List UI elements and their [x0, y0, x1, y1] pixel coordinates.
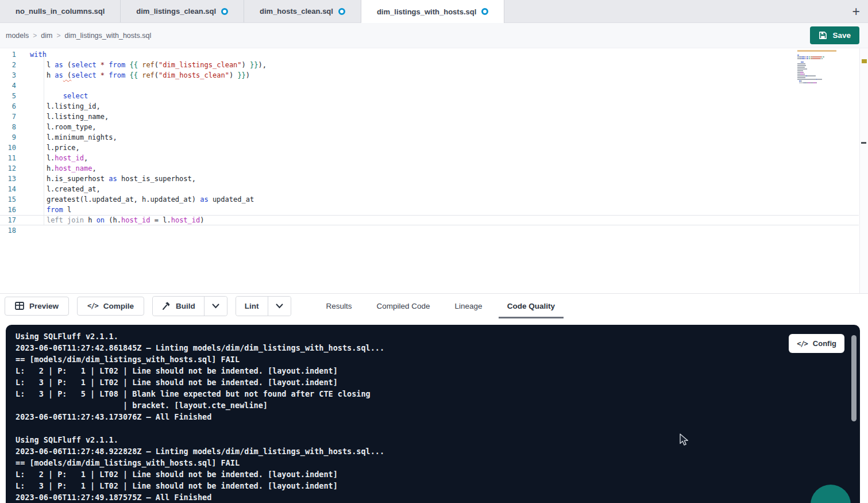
code-line[interactable]: 9 l.minimum_nights, [0, 132, 859, 143]
line-number: 1 [0, 49, 16, 60]
cursor-position-marker [861, 142, 866, 144]
file-tab-label: dim_listings_with_hosts.sql [377, 7, 476, 16]
terminal-line [16, 423, 860, 434]
build-label: Build [176, 302, 195, 310]
code-line[interactable]: 2 l as (select * from {{ ref("dim_listin… [0, 60, 859, 70]
lint-label: Lint [245, 302, 259, 310]
config-button[interactable]: </> Config [789, 334, 844, 353]
code-line[interactable]: 10 l.price, [0, 143, 859, 153]
save-button[interactable]: Save [810, 26, 859, 44]
code-lines: 1with2 l as (select * from {{ ref("dim_l… [0, 48, 859, 293]
line-number: 12 [0, 163, 16, 174]
code-line[interactable]: 4 [0, 80, 859, 91]
line-number: 10 [0, 143, 16, 153]
result-tab-results[interactable]: Results [325, 294, 354, 318]
warning-marker [862, 59, 867, 63]
code-line[interactable]: 13 h.is_superhost as host_is_superhost, [0, 174, 859, 184]
file-tab[interactable]: dim_listings_clean.sql [121, 0, 244, 22]
breadcrumb-item[interactable]: dim_listings_with_hosts.sql [64, 32, 151, 40]
terminal-scrollbar[interactable] [851, 335, 857, 421]
line-number: 13 [0, 174, 16, 184]
overview-ruler[interactable] [859, 48, 868, 293]
minimap[interactable] [797, 49, 836, 117]
file-tabs: no_nulls_in_columns.sqldim_listings_clea… [0, 0, 504, 22]
code-line[interactable]: 6 l.listing_id, [0, 101, 859, 112]
compile-button[interactable]: </> Compile [77, 297, 144, 316]
terminal-line: L: 3 | P: 1 | LT02 | Line should not be … [16, 377, 860, 388]
file-tab-label: no_nulls_in_columns.sql [16, 7, 105, 16]
code-editor[interactable]: 1with2 l as (select * from {{ ref("dim_l… [0, 48, 868, 293]
terminal-line: L: 2 | P: 1 | LT02 | Line should not be … [16, 469, 860, 480]
line-number: 14 [0, 184, 16, 194]
code-text: left join h on (h.host_id = l.host_id) [16, 215, 205, 225]
build-options-caret[interactable] [204, 297, 227, 316]
code-text: h as (select * from {{ ref("dim_hosts_cl… [16, 70, 250, 80]
file-tab[interactable]: dim_listings_with_hosts.sql [361, 0, 504, 23]
terminal-line: 2023-06-06T11:27:49.187575Z — All Finish… [16, 492, 860, 503]
code-text: l as (select * from {{ ref("dim_listings… [16, 60, 267, 70]
code-line[interactable]: 12 h.host_name, [0, 163, 859, 174]
terminal-output: Using SQLFluff v2.1.1.2023-06-06T11:27:4… [6, 325, 860, 503]
lint-options-caret[interactable] [268, 297, 291, 316]
code-line[interactable]: 15 greatest(l.updated_at, h.updated_at) … [0, 194, 859, 205]
line-number: 9 [0, 132, 16, 143]
breadcrumb-item[interactable]: models [6, 32, 29, 40]
code-text: l.price, [16, 143, 80, 153]
compile-label: Compile [103, 302, 134, 310]
minimap-content [797, 49, 836, 81]
code-text: l.host_id, [16, 153, 88, 163]
terminal-line: | bracket. [layout.cte_newline] [16, 400, 860, 411]
code-line[interactable]: 14 l.created_at, [0, 184, 859, 194]
line-number: 11 [0, 153, 16, 163]
code-text: l.created_at, [16, 184, 101, 194]
preview-label: Preview [29, 302, 59, 310]
code-line[interactable]: 17 left join h on (h.host_id = l.host_id… [0, 215, 859, 225]
action-toolbar: Preview </> Compile Build Lint ResultsC [0, 293, 868, 318]
file-tab[interactable]: no_nulls_in_columns.sql [0, 0, 121, 22]
breadcrumb-item[interactable]: dim [41, 32, 52, 40]
code-text: from l [16, 205, 71, 215]
config-label: Config [813, 339, 836, 348]
terminal-line: L: 3 | P: 1 | LT02 | Line should not be … [16, 480, 860, 492]
code-text: h.host_name, [16, 163, 97, 174]
breadcrumb: models>dim>dim_listings_with_hosts.sql [6, 32, 151, 40]
code-line[interactable]: 3 h as (select * from {{ ref("dim_hosts_… [0, 70, 859, 80]
terminal-line: == [models/dim/dim_listings_with_hosts.s… [16, 354, 860, 365]
hammer-icon [161, 301, 171, 310]
code-text [16, 225, 30, 236]
result-tab-lineage[interactable]: Lineage [453, 294, 484, 318]
code-icon: </> [87, 302, 98, 310]
line-number: 2 [0, 60, 16, 70]
code-line[interactable]: 11 l.host_id, [0, 153, 859, 163]
code-icon: </> [797, 340, 808, 348]
file-tab-label: dim_listings_clean.sql [136, 7, 216, 16]
line-number: 6 [0, 101, 16, 112]
result-tab-compiled-code[interactable]: Compiled Code [375, 294, 432, 318]
lint-button[interactable]: Lint [236, 297, 268, 316]
terminal-line: Using SQLFluff v2.1.1. [16, 434, 860, 446]
preview-button[interactable]: Preview [5, 297, 69, 316]
code-text: h.is_superhost as host_is_superhost, [16, 174, 196, 184]
code-line[interactable]: 18 [0, 225, 859, 236]
terminal-line: 2023-06-06T11:27:42.861845Z — Linting mo… [16, 342, 860, 354]
result-tab-code-quality[interactable]: Code Quality [506, 294, 557, 318]
modified-dot-icon [221, 8, 228, 15]
new-tab-button[interactable]: + [852, 0, 860, 23]
result-tabs: ResultsCompiled CodeLineageCode Quality [325, 294, 557, 318]
modified-dot-icon [481, 8, 488, 15]
code-line[interactable]: 16 from l [0, 205, 859, 215]
code-line[interactable]: 5 select [0, 91, 859, 101]
line-number: 15 [0, 194, 16, 205]
code-text: greatest(l.updated_at, h.updated_at) as … [16, 194, 254, 205]
terminal-panel: Using SQLFluff v2.1.1.2023-06-06T11:27:4… [6, 325, 860, 503]
file-tab[interactable]: dim_hosts_clean.sql [244, 0, 361, 22]
line-number: 16 [0, 205, 16, 215]
code-line[interactable]: 7 l.listing_name, [0, 112, 859, 122]
line-number: 5 [0, 91, 16, 101]
build-button[interactable]: Build [153, 297, 204, 316]
file-tab-bar: no_nulls_in_columns.sqldim_listings_clea… [0, 0, 868, 23]
code-line[interactable]: 1with [0, 49, 859, 60]
code-text: l.room_type, [16, 122, 97, 132]
modified-dot-icon [338, 8, 345, 15]
code-line[interactable]: 8 l.room_type, [0, 122, 859, 132]
